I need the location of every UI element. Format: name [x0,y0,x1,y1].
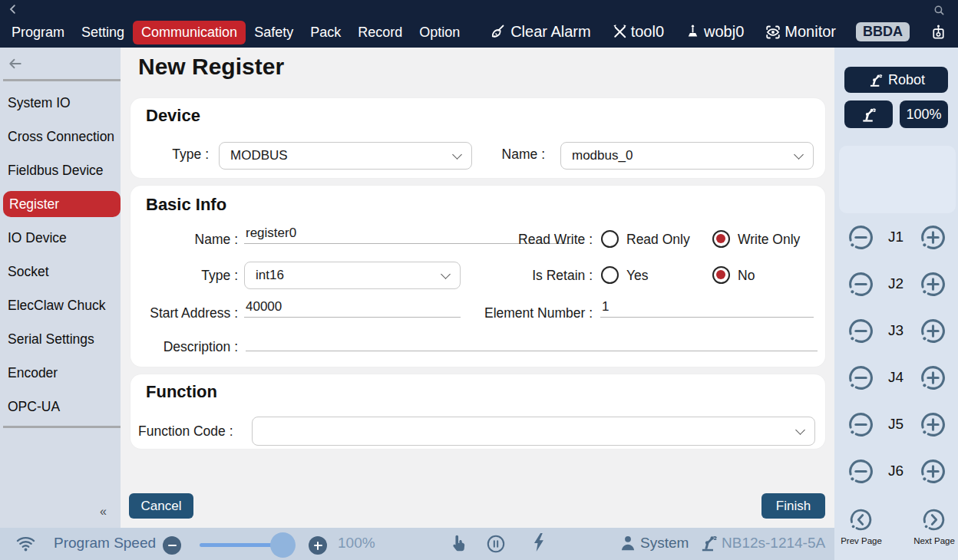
top-menu-bar: Program Setting Communication Safety Pac… [0,0,958,48]
menu-item-program[interactable]: Program [3,21,73,44]
robot-arm-icon [699,533,718,553]
menu-item-communication[interactable]: Communication [133,21,246,44]
device-type-value: MODBUS [230,148,454,163]
jog-speed-button[interactable]: 100% [900,100,948,128]
robot-arm-icon [860,106,877,124]
radio-retain-no[interactable] [712,266,730,284]
cancel-button[interactable]: Cancel [129,493,193,519]
sidebar-item-socket[interactable]: Socket [0,255,121,288]
description-input[interactable] [246,330,818,351]
element-number-input[interactable] [600,296,814,318]
chevron-down-icon [795,425,805,435]
sidebar-nav-list: System IO Cross Connection Fieldbus Devi… [0,86,121,423]
j1-label: J1 [877,229,915,245]
sidebar-collapse-button[interactable]: « [100,505,107,519]
j2-label: J2 [877,275,915,292]
sidebar-item-system-io[interactable]: System IO [0,86,121,120]
program-speed-value: 100% [338,535,375,552]
radio-retain-yes[interactable] [601,266,619,284]
status-badge: BBDA [856,22,910,41]
monitor-label: Monitor [785,23,836,41]
menu-item-safety[interactable]: Safety [246,21,302,44]
pendant-icon[interactable] [930,23,947,41]
topbar-actions: Clear Alarm tool0 wobj0 [490,22,947,41]
search-icon[interactable] [933,4,946,17]
chevron-down-icon [452,150,462,160]
sidebar-item-register[interactable]: Register [3,191,121,217]
j3-plus-button[interactable] [919,317,947,345]
read-write-label: Read Write : [477,232,593,248]
retain-yes-option-label: Yes [626,268,649,284]
lightning-icon[interactable] [530,532,550,552]
j5-plus-button[interactable] [919,410,947,439]
robot-select-button[interactable] [844,100,893,128]
program-speed-slider-thumb[interactable] [270,532,296,558]
device-heading: Device [146,106,200,126]
menu-item-pack[interactable]: Pack [302,21,349,44]
j2-minus-button[interactable] [847,270,875,298]
monitor-button[interactable]: Monitor [764,23,836,41]
robot-mode-button[interactable]: Robot [844,67,948,93]
j6-plus-button[interactable] [919,457,947,486]
start-address-input[interactable] [244,296,461,318]
back-arrow-icon[interactable] [8,58,22,69]
workobject-selector-button[interactable]: wobj0 [684,23,744,41]
user-icon [618,533,638,553]
tool-label: tool0 [631,23,664,41]
device-card: Device Type : MODBUS Name : modbus_0 [130,98,825,178]
menu-item-option[interactable]: Option [411,21,468,44]
device-name-select[interactable]: modbus_0 [560,142,814,170]
menu-item-setting[interactable]: Setting [73,21,133,44]
j5-minus-button[interactable] [847,410,875,439]
chevron-down-icon [794,150,804,160]
is-retain-label: Is Retain : [477,268,593,284]
sidebar-item-io-device[interactable]: IO Device [0,221,121,255]
hand-guide-icon[interactable] [448,533,469,554]
prev-page-label: Prev Page [834,536,888,545]
prev-page-button[interactable] [848,507,874,532]
device-type-select[interactable]: MODBUS [219,142,472,170]
sidebar-item-serial-settings[interactable]: Serial Settings [0,322,121,356]
register-type-select[interactable]: int16 [244,262,461,289]
j4-minus-button[interactable] [847,364,875,392]
read-only-option-label: Read Only [626,232,690,248]
pause-icon[interactable] [486,534,506,554]
finish-button[interactable]: Finish [761,493,825,519]
j3-minus-button[interactable] [847,317,875,345]
device-name-label: Name : [468,147,545,163]
device-name-value: modbus_0 [572,148,795,163]
sidebar-item-encoder[interactable]: Encoder [0,356,121,390]
j1-plus-button[interactable] [919,223,947,252]
wifi-icon [15,532,36,553]
speed-increase-button[interactable] [309,536,327,555]
j1-minus-button[interactable] [847,223,875,252]
sidebar-item-fieldbus-device[interactable]: Fieldbus Device [0,153,121,187]
new-register-page: New Register Device Type : MODBUS Name :… [121,48,834,528]
joint-row-j6: J6 [834,457,958,488]
radio-write-only[interactable] [712,230,730,248]
joint-row-j3: J3 [834,317,958,348]
jog-panel: Robot 100% J1 J2 J3 J4 [834,48,958,560]
description-label: Description : [130,339,238,355]
j4-plus-button[interactable] [919,364,947,392]
main-menu: Program Setting Communication Safety Pac… [3,21,468,44]
tool-selector-button[interactable]: tool0 [611,23,664,41]
function-code-select[interactable] [252,417,815,446]
robot-arm-icon [867,72,884,88]
element-number-label: Element Number : [470,305,593,321]
jog-speed-value: 100% [906,107,941,123]
sidebar-divider-top [3,79,121,81]
clear-alarm-button[interactable]: Clear Alarm [490,23,590,41]
basic-info-heading: Basic Info [146,195,226,215]
current-user-label[interactable]: System [640,535,689,552]
sidebar-item-cross-connection[interactable]: Cross Connection [0,120,121,153]
next-page-button[interactable] [921,507,946,532]
j6-minus-button[interactable] [847,457,875,486]
j2-plus-button[interactable] [919,270,947,298]
speed-decrease-button[interactable] [163,536,181,555]
sidebar-item-opc-ua[interactable]: OPC-UA [0,390,121,423]
radio-read-only[interactable] [601,230,619,248]
menu-item-record[interactable]: Record [349,21,411,44]
back-chevron-icon[interactable] [6,2,20,16]
sidebar-item-elecclaw-chuck[interactable]: ElecClaw Chuck [0,288,121,322]
